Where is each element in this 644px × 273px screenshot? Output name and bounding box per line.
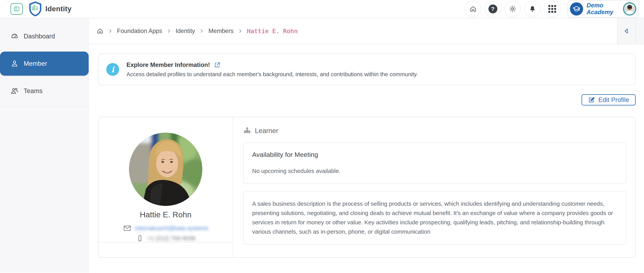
mobile-phone-icon	[136, 234, 144, 242]
sidebar-toggle-button[interactable]	[10, 3, 23, 15]
identity-shield-logo-icon	[29, 2, 42, 16]
apps-launcher-button[interactable]	[544, 1, 560, 17]
edit-profile-button[interactable]: Edit Profile	[582, 94, 636, 106]
help-icon: ?	[488, 4, 497, 14]
external-link-icon[interactable]	[214, 62, 220, 68]
home-icon	[470, 5, 477, 12]
notifications-button[interactable]	[524, 1, 540, 17]
role-panel: Learner Availability for Meeting No upco…	[233, 117, 635, 257]
profile-summary-panel: Hattie E. Rohn internaluser5@kata.system…	[98, 117, 233, 257]
chevron-right-icon: ›	[239, 26, 242, 34]
main-area: › Foundation Apps › Identity › Members ›…	[89, 18, 644, 272]
triangle-left-icon	[623, 28, 630, 34]
bell-icon	[529, 5, 536, 12]
member-email-row: internaluser5@kata.systems	[123, 224, 208, 232]
profile-card-footer	[98, 242, 233, 257]
tenant-name: Demo Academy	[586, 2, 620, 16]
user-avatar[interactable]	[623, 2, 636, 16]
breadcrumb: › Foundation Apps › Identity › Members ›…	[96, 27, 298, 35]
member-detail-card: Hattie E. Rohn internaluser5@kata.system…	[98, 117, 636, 258]
gear-icon	[508, 5, 517, 13]
chevron-right-icon: ›	[109, 26, 112, 34]
gauge-icon	[10, 32, 18, 40]
member-photo	[129, 132, 202, 206]
envelope-icon	[123, 224, 132, 232]
member-name: Hattie E. Rohn	[140, 210, 192, 219]
sidebar-item-teams[interactable]: Teams	[0, 83, 89, 98]
app-header: Identity ?	[0, 0, 644, 18]
collapse-panel-button[interactable]	[617, 18, 636, 44]
role-heading-label: Learner	[255, 127, 278, 134]
panel-toggle-icon	[13, 6, 20, 12]
availability-title: Availability for Meeting	[252, 151, 618, 158]
breadcrumb-item-foundation-apps[interactable]: Foundation Apps	[117, 28, 162, 34]
sidebar-divider	[0, 106, 89, 106]
apps-grid-icon	[548, 5, 556, 13]
info-banner: i Explore Member Information! Access det	[98, 54, 636, 85]
availability-section: Availability for Meeting No upcoming sch…	[243, 142, 626, 184]
sidebar-item-member[interactable]: Member	[0, 52, 89, 76]
member-phone-row: +1 (212) 706-9038	[136, 234, 195, 242]
sidebar-item-label: Teams	[24, 87, 42, 94]
sidebar: Dashboard Member Teams	[0, 18, 89, 272]
breadcrumb-bar: › Foundation Apps › Identity › Members ›…	[89, 18, 644, 44]
sidebar-item-label: Dashboard	[24, 32, 55, 40]
academy-logo-icon	[570, 2, 583, 16]
page-content: i Explore Member Information! Access det	[89, 44, 644, 272]
business-description: A sales business description is the proc…	[243, 191, 626, 244]
member-email-redacted[interactable]: internaluser5@kata.systems	[135, 225, 208, 232]
info-banner-title: Explore Member Information!	[126, 62, 210, 68]
edit-profile-label: Edit Profile	[598, 96, 629, 104]
people-icon	[10, 87, 18, 95]
breadcrumb-item-members[interactable]: Members	[208, 28, 234, 34]
edit-pencil-icon	[588, 96, 595, 103]
right-rail	[636, 18, 644, 44]
availability-empty-text: No upcoming schedules available.	[252, 168, 618, 174]
sidebar-item-dashboard[interactable]: Dashboard	[0, 29, 89, 44]
app-body: Dashboard Member Teams	[0, 18, 644, 272]
actions-row: Edit Profile	[98, 94, 636, 106]
header-actions: ?	[465, 0, 639, 18]
info-banner-body: Access detailed profiles to understand e…	[126, 71, 418, 78]
breadcrumb-current-item: Hattie E. Rohn	[247, 28, 298, 34]
member-phone-redacted: +1 (212) 706-9038	[147, 235, 195, 242]
sitemap-icon	[243, 127, 251, 134]
chevron-right-icon: ›	[168, 26, 170, 34]
breadcrumb-home-icon[interactable]	[96, 28, 104, 34]
person-icon	[10, 60, 18, 68]
sidebar-item-label: Member	[24, 60, 47, 67]
app-title: Identity	[46, 5, 72, 13]
breadcrumb-item-identity[interactable]: Identity	[176, 28, 195, 34]
info-banner-text: Explore Member Information! Access detai…	[126, 62, 418, 78]
chevron-right-icon: ›	[200, 26, 203, 34]
tenant-switcher[interactable]: Demo Academy	[568, 0, 639, 18]
help-button[interactable]: ?	[484, 1, 501, 17]
role-heading-row: Learner	[243, 127, 626, 134]
home-button[interactable]	[465, 1, 481, 17]
info-icon: i	[106, 63, 119, 76]
settings-button[interactable]	[504, 1, 521, 17]
